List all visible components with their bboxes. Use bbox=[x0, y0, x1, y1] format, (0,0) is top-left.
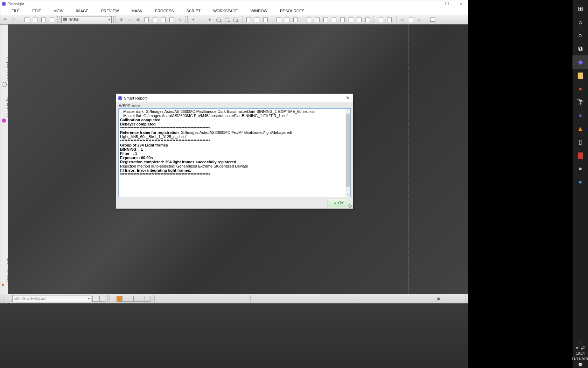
window-tool-icon[interactable] bbox=[253, 16, 261, 23]
taskbar-file[interactable]: ▯ bbox=[573, 135, 588, 149]
tool-icon[interactable] bbox=[31, 16, 39, 23]
taskbar-explorer[interactable]: ▇ bbox=[573, 69, 588, 82]
menu-workspace[interactable]: WORKSPACE bbox=[207, 7, 244, 15]
gripper-icon[interactable] bbox=[2, 295, 4, 302]
window-tool-icon[interactable] bbox=[338, 16, 346, 23]
color-swatch[interactable] bbox=[139, 296, 145, 302]
clock-time[interactable]: 18:14 bbox=[576, 352, 584, 355]
resize-grip-icon[interactable] bbox=[348, 204, 352, 208]
window-tool-icon[interactable] bbox=[355, 16, 363, 23]
window-tool-icon[interactable] bbox=[283, 16, 291, 23]
menu-resources[interactable]: RESOURCES bbox=[274, 7, 311, 15]
window-maximize-button[interactable]: ☐ bbox=[440, 0, 454, 7]
window-tool-icon[interactable] bbox=[261, 16, 269, 23]
zoom-fit-icon[interactable] bbox=[231, 16, 239, 23]
taskbar-start[interactable]: ⊞ bbox=[573, 2, 588, 15]
tool-icon[interactable] bbox=[168, 16, 175, 23]
gripper-icon[interactable] bbox=[153, 295, 155, 302]
window-tool-icon[interactable] bbox=[330, 16, 338, 23]
fit-tool-icon[interactable]: ⤢ bbox=[126, 16, 133, 23]
menu-image[interactable]: IMAGE bbox=[70, 7, 94, 15]
window-minimize-button[interactable]: — bbox=[426, 0, 440, 7]
window-tool-icon[interactable] bbox=[305, 16, 313, 23]
nav-prev-icon[interactable]: « bbox=[399, 16, 406, 23]
dialog-close-button[interactable]: ✕ bbox=[346, 95, 350, 101]
zoom-out-icon[interactable] bbox=[223, 16, 231, 23]
taskbar-chrome[interactable]: ● bbox=[573, 82, 588, 95]
color-swatch[interactable] bbox=[134, 296, 139, 302]
tool-icon[interactable] bbox=[40, 16, 47, 23]
window-tool-icon[interactable] bbox=[292, 16, 299, 23]
status-button[interactable] bbox=[92, 296, 98, 302]
notifications-icon[interactable]: 💬 bbox=[578, 363, 582, 367]
play-icon[interactable]: ▶ bbox=[438, 296, 441, 301]
gripper-icon[interactable] bbox=[464, 295, 466, 302]
undo-button[interactable]: ↶ bbox=[1, 16, 9, 23]
gripper-icon[interactable] bbox=[250, 295, 252, 302]
zoom-in-icon[interactable] bbox=[215, 16, 222, 23]
scroll-up-icon[interactable]: ▴ bbox=[345, 187, 350, 192]
window-tool-icon[interactable] bbox=[347, 16, 355, 23]
menu-mask[interactable]: MASK bbox=[125, 7, 149, 15]
taskbar-telescope[interactable]: 🔭 bbox=[573, 95, 588, 109]
taskbar-search[interactable]: ⌕ bbox=[573, 15, 588, 29]
menu-view[interactable]: VIEW bbox=[47, 7, 70, 15]
taskbar-cortana[interactable]: ○ bbox=[573, 29, 588, 42]
status-button[interactable] bbox=[99, 296, 105, 302]
prev-icon[interactable] bbox=[189, 16, 197, 23]
window-tool-icon[interactable] bbox=[407, 16, 415, 23]
taskbar-vlc[interactable]: ▲ bbox=[573, 122, 588, 135]
taskbar-edge[interactable]: ● bbox=[573, 175, 588, 189]
monitor-icon[interactable] bbox=[429, 16, 436, 23]
tool-icon[interactable] bbox=[142, 16, 150, 23]
taskbar-acrobat[interactable]: ▇ bbox=[573, 149, 588, 162]
menu-preview[interactable]: PREVIEW bbox=[95, 7, 125, 15]
window-tool-icon[interactable] bbox=[322, 16, 329, 23]
menu-process[interactable]: PROCESS bbox=[149, 7, 180, 15]
menu-script[interactable]: SCRIPT bbox=[180, 7, 207, 15]
tool-icon[interactable] bbox=[159, 16, 167, 23]
window-tool-icon[interactable] bbox=[313, 16, 321, 23]
color-swatch[interactable] bbox=[122, 296, 128, 302]
color-swatch[interactable] bbox=[145, 296, 150, 302]
redo-button[interactable]: ↷ bbox=[9, 16, 17, 23]
window-close-button[interactable]: ✕ bbox=[454, 0, 468, 7]
menu-file[interactable]: FILE bbox=[5, 7, 26, 15]
taskbar-taskview[interactable]: ⧉ bbox=[573, 42, 588, 55]
scroll-down-icon[interactable]: ▾ bbox=[345, 192, 350, 197]
ok-button[interactable]: ✔ OK bbox=[328, 199, 350, 207]
color-swatch[interactable] bbox=[117, 296, 122, 302]
menu-edit[interactable]: EDIT bbox=[26, 7, 47, 15]
volume-icon[interactable]: 🔊 bbox=[581, 346, 585, 350]
tool-icon[interactable] bbox=[48, 16, 56, 23]
taskbar-eclipse[interactable]: ● bbox=[573, 109, 588, 122]
cursor-tool-icon[interactable]: ↖ bbox=[176, 16, 184, 23]
app-titlebar[interactable]: PixInsight — ☐ ✕ bbox=[0, 0, 468, 7]
view-selector[interactable]: <No View Available> ▼ bbox=[12, 295, 91, 302]
window-tool-icon[interactable] bbox=[377, 16, 385, 23]
nav-next-icon[interactable]: » bbox=[415, 16, 423, 23]
window-tool-icon[interactable] bbox=[364, 16, 371, 23]
move-tool-icon[interactable]: ✥ bbox=[117, 16, 125, 23]
scrollbar[interactable]: ▴ ▾ bbox=[345, 109, 350, 197]
report-textarea[interactable]: Master dark: G:/Images Astro/ASI2600MC P… bbox=[118, 108, 351, 197]
window-tool-icon[interactable] bbox=[385, 16, 393, 23]
dialog-titlebar[interactable]: Smart Report ✕ bbox=[116, 94, 353, 102]
next-icon[interactable] bbox=[206, 16, 214, 23]
channel-selector[interactable]: RGB/K ▼ bbox=[61, 16, 112, 23]
tool-icon[interactable] bbox=[23, 16, 30, 23]
tool-icon[interactable] bbox=[151, 16, 159, 23]
center-tool-icon[interactable]: ✱ bbox=[134, 16, 142, 23]
clock-date[interactable]: 11/11/2020 bbox=[572, 357, 588, 361]
network-icon[interactable]: ⋔ bbox=[576, 346, 579, 350]
window-tool-icon[interactable] bbox=[245, 16, 252, 23]
color-swatch[interactable] bbox=[128, 296, 134, 302]
tray-expand-icon[interactable]: ‹ bbox=[580, 340, 581, 344]
menu-window[interactable]: WINDOW bbox=[244, 7, 274, 15]
scrollbar-thumb[interactable] bbox=[346, 114, 350, 187]
taskbar-pixinsight[interactable]: ◆ bbox=[573, 55, 588, 69]
center-icon[interactable]: ◦ bbox=[198, 16, 205, 23]
window-tool-icon[interactable] bbox=[275, 16, 282, 23]
gripper-icon[interactable] bbox=[107, 295, 110, 302]
taskbar-ball[interactable]: ● bbox=[573, 162, 588, 175]
